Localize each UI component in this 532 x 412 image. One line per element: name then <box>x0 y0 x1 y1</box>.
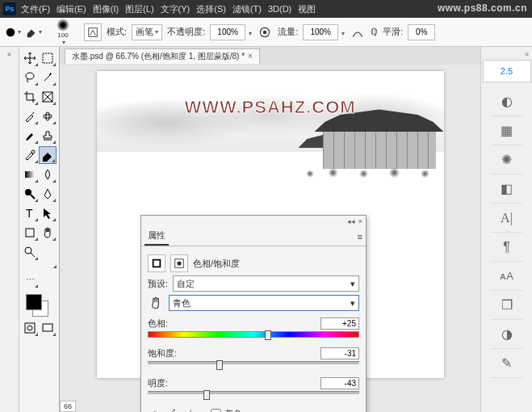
type-tool[interactable]: T <box>21 204 39 222</box>
panel-tab-properties[interactable]: 属性 <box>145 227 169 246</box>
hand-tool[interactable] <box>39 224 57 242</box>
airbrush-icon[interactable] <box>350 24 366 40</box>
svg-point-14 <box>25 247 31 254</box>
brush-tool[interactable] <box>21 127 39 145</box>
shape-tool[interactable] <box>21 224 39 242</box>
eraser-tool[interactable] <box>39 146 57 164</box>
paragraph-panel-icon[interactable]: ¶ <box>491 233 523 262</box>
menu-edit[interactable]: 编辑(E) <box>57 3 86 15</box>
eyedropper-tool[interactable] <box>21 107 39 125</box>
stamp-tool[interactable] <box>39 127 57 145</box>
expand-icon[interactable]: « <box>7 50 11 58</box>
path-select-tool[interactable] <box>39 204 57 222</box>
channels-panel-icon[interactable]: ◑ <box>491 320 523 349</box>
svg-point-11 <box>25 189 31 195</box>
screenmode-toggle[interactable] <box>39 319 57 337</box>
saturation-slider[interactable] <box>148 361 359 371</box>
app-logo: Ps <box>3 2 16 15</box>
glyphs-panel-icon[interactable]: ᴀA <box>491 262 523 291</box>
close-panel-icon[interactable]: × <box>358 217 362 225</box>
eyedropper-add-icon[interactable]: + <box>165 407 177 412</box>
swatches-panel-icon[interactable]: ▦ <box>491 116 523 145</box>
svg-rect-17 <box>43 324 52 331</box>
pressure-opacity-icon[interactable] <box>257 24 273 40</box>
eyedropper-sub-icon[interactable]: - <box>183 407 195 412</box>
dodge-tool[interactable] <box>21 185 39 203</box>
preset-select[interactable]: 自定▾ <box>173 275 359 292</box>
opacity-slider-toggle[interactable] <box>247 27 252 37</box>
history-value[interactable]: 2.5 <box>483 60 531 82</box>
menu-3d[interactable]: 3D(D) <box>268 4 291 14</box>
close-tab-icon[interactable]: × <box>248 52 253 61</box>
frame-tool[interactable] <box>39 88 57 106</box>
eraser-mode-icon[interactable] <box>26 24 42 40</box>
zoom-status[interactable]: 66 <box>60 401 76 412</box>
lightness-slider[interactable] <box>148 391 359 401</box>
svg-rect-13 <box>26 229 34 237</box>
zoom-tool[interactable] <box>21 243 39 261</box>
history-brush-tool[interactable] <box>21 146 39 164</box>
crop-tool[interactable] <box>21 88 39 106</box>
mode-select[interactable]: 画笔 <box>132 24 162 40</box>
expand-right-icon[interactable]: » <box>525 50 529 58</box>
flow-field[interactable] <box>303 24 338 40</box>
options-bar: 100 模式: 画笔 不透明度: 流量: ℚ 平滑: <box>0 18 532 47</box>
opacity-field[interactable] <box>210 24 245 40</box>
adjustments-panel-icon[interactable]: ◧ <box>491 174 523 204</box>
lasso-tool[interactable] <box>21 69 39 86</box>
brush-panel-toggle[interactable] <box>84 23 102 41</box>
colorize-checkbox[interactable] <box>211 409 221 413</box>
paths-panel-icon[interactable]: ✎ <box>491 349 523 378</box>
svg-rect-10 <box>25 171 35 178</box>
character-panel-icon[interactable]: A| <box>491 204 523 233</box>
edit-toolbar[interactable]: ⋯ <box>21 271 39 288</box>
preset-label: 预设: <box>148 278 168 290</box>
menu-layer[interactable]: 图层(L) <box>125 3 153 15</box>
hue-slider[interactable] <box>148 331 359 341</box>
targeted-adjust-icon[interactable] <box>148 295 164 311</box>
smooth-field[interactable] <box>408 24 435 40</box>
mode-label: 模式: <box>107 26 127 38</box>
color-wheel-icon[interactable]: ◐ <box>491 87 523 116</box>
menu-select[interactable]: 选择(S) <box>196 3 226 15</box>
color-swatches[interactable] <box>26 294 50 318</box>
marquee-tool[interactable] <box>39 49 57 67</box>
magic-wand-tool[interactable] <box>39 69 57 86</box>
tool-divider <box>21 263 57 269</box>
menu-image[interactable]: 图像(I) <box>93 3 119 15</box>
menu-bar: Ps 文件(F) 编辑(E) 图像(I) 图层(L) 文字(Y) 选择(S) 滤… <box>0 0 532 18</box>
svg-text:T: T <box>26 207 33 220</box>
channel-select[interactable]: 青色▾ <box>169 295 359 311</box>
lightness-value-field[interactable] <box>320 377 359 389</box>
menu-filter[interactable]: 滤镜(T) <box>232 3 262 15</box>
hue-value-field[interactable] <box>320 317 359 330</box>
flow-label: 流量: <box>278 26 298 38</box>
layers-panel-icon[interactable]: ❐ <box>491 291 523 320</box>
document-tab-bar: 水墨.psd @ 66.7% (色相/饱和度 1, 图层蒙版/8) * × <box>60 47 480 65</box>
gradient-tool[interactable] <box>21 166 39 183</box>
mask-icon[interactable] <box>170 254 188 272</box>
saturation-value-field[interactable] <box>320 347 359 359</box>
eyedropper-set-icon[interactable] <box>148 407 159 412</box>
tool-preset-picker[interactable] <box>5 24 21 40</box>
burst-panel-icon[interactable]: ✺ <box>491 145 523 174</box>
pen-tool[interactable] <box>39 185 57 203</box>
foreground-color-swatch[interactable] <box>26 294 42 310</box>
svg-text:-: - <box>191 407 192 412</box>
svg-text:+: + <box>173 407 176 412</box>
collapse-panel-icon[interactable]: ◂◂ <box>347 217 355 225</box>
svg-point-5 <box>26 73 34 79</box>
blur-tool[interactable] <box>39 166 57 183</box>
heal-tool[interactable] <box>39 107 57 125</box>
saturation-label: 饱和度: <box>148 347 177 359</box>
menu-type[interactable]: 文字(Y) <box>161 3 191 15</box>
panel-menu-icon[interactable]: ≡ <box>358 232 362 242</box>
brush-preset-picker[interactable]: 100 <box>47 19 79 46</box>
menu-view[interactable]: 视图 <box>298 3 316 15</box>
document-tab[interactable]: 水墨.psd @ 66.7% (色相/饱和度 1, 图层蒙版/8) * × <box>65 48 260 64</box>
flow-slider-toggle[interactable] <box>340 27 345 37</box>
opacity-label: 不透明度: <box>167 26 205 38</box>
menu-file[interactable]: 文件(F) <box>21 3 50 15</box>
quickmask-toggle[interactable] <box>21 319 39 337</box>
move-tool[interactable] <box>21 49 39 67</box>
